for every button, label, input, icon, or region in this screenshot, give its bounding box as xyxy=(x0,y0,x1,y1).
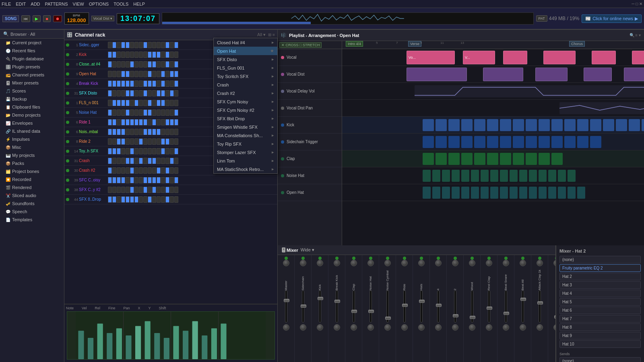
pad[interactable] xyxy=(174,119,178,125)
pad[interactable] xyxy=(112,100,116,106)
eq-knob[interactable] xyxy=(452,260,458,266)
eq-knob[interactable] xyxy=(317,260,323,266)
pan-knob[interactable] xyxy=(452,324,458,331)
pad[interactable] xyxy=(161,42,165,48)
pad[interactable] xyxy=(165,196,169,203)
pad[interactable] xyxy=(174,90,178,97)
fader-track[interactable] xyxy=(420,290,423,323)
pad[interactable] xyxy=(117,100,121,106)
pan-knob[interactable] xyxy=(469,324,475,331)
pad[interactable] xyxy=(161,109,165,116)
pad[interactable] xyxy=(117,90,121,97)
eq-knob[interactable] xyxy=(469,260,475,266)
vocal-clip-5[interactable] xyxy=(592,51,616,64)
pad[interactable] xyxy=(117,80,121,87)
menu-edit[interactable]: EDIT xyxy=(16,2,26,6)
pad[interactable] xyxy=(117,148,121,154)
mixer-track-clap[interactable]: Clap xyxy=(345,255,362,362)
vocal-clip-1[interactable]: Vo... xyxy=(407,51,455,64)
pad[interactable] xyxy=(139,61,143,68)
pad[interactable] xyxy=(134,196,138,203)
instrument-item[interactable]: Toy Scritch SFX▸ xyxy=(214,72,277,80)
pad[interactable] xyxy=(112,119,116,125)
mixer-track-ride[interactable]: Ride xyxy=(396,255,413,362)
instrument-item[interactable]: MA StaticShock Retro...▸ xyxy=(214,165,277,173)
sidebar-item-plugin-database[interactable]: 🔌Plugin database xyxy=(0,55,64,63)
pad[interactable] xyxy=(139,71,143,77)
pad[interactable] xyxy=(157,80,161,87)
channel-rack-controls[interactable]: ⊞ ≡ xyxy=(268,33,275,37)
pad[interactable] xyxy=(152,129,156,135)
fx-slot[interactable]: Hat 3 xyxy=(559,281,641,289)
vocal-dist-clip-4[interactable] xyxy=(584,68,612,81)
pad[interactable] xyxy=(139,167,143,174)
sidebar-item-mixer-presets[interactable]: 🎚️Mixer presets xyxy=(0,79,64,87)
track-label-vocal-delay-vol[interactable]: Vocal Delay Vol xyxy=(278,83,342,100)
pad[interactable] xyxy=(152,42,156,48)
automation-clip-2[interactable] xyxy=(535,102,644,114)
pad[interactable] xyxy=(165,61,169,68)
sidebar-item-rendered[interactable]: 🎬Rendered xyxy=(0,183,64,191)
pad[interactable] xyxy=(148,187,152,193)
pad[interactable] xyxy=(134,119,138,125)
pad[interactable] xyxy=(152,187,156,193)
fader-knob[interactable] xyxy=(318,297,323,300)
pad[interactable] xyxy=(143,119,147,125)
pad[interactable] xyxy=(130,129,134,135)
pad[interactable] xyxy=(126,100,130,106)
pad[interactable] xyxy=(121,196,125,203)
pad[interactable] xyxy=(152,61,156,68)
eq-knob[interactable] xyxy=(418,260,425,266)
pad[interactable] xyxy=(161,90,165,97)
instrument-item[interactable]: MA Constellations Sh...▸ xyxy=(214,131,277,140)
instrument-dropdown[interactable]: Closed Hat #4▸Open Hat★SFX Disto▸FLS_Gun… xyxy=(213,38,278,174)
pad[interactable] xyxy=(165,129,169,135)
sidebar-item-channel-presets[interactable]: 📻Channel presets xyxy=(0,71,64,79)
pad[interactable] xyxy=(143,51,147,58)
sidebar-item-plugin-presets[interactable]: 🎛️Plugin presets xyxy=(0,63,64,71)
pad[interactable] xyxy=(134,61,138,68)
pan-knob[interactable] xyxy=(334,324,340,331)
clap-patterns[interactable] xyxy=(407,152,644,166)
pad[interactable] xyxy=(108,177,112,183)
pad[interactable] xyxy=(174,71,178,77)
pad[interactable] xyxy=(148,138,152,145)
pad[interactable] xyxy=(130,119,134,125)
fader-knob[interactable] xyxy=(301,304,306,308)
fader-knob[interactable] xyxy=(385,317,391,320)
fader-track[interactable] xyxy=(454,290,456,323)
pad[interactable] xyxy=(121,187,125,193)
stop-button[interactable]: ■ xyxy=(43,15,50,22)
pad[interactable] xyxy=(161,138,165,145)
pad[interactable] xyxy=(130,100,134,106)
pad[interactable] xyxy=(126,42,130,48)
pad[interactable] xyxy=(117,158,121,164)
fader-knob[interactable] xyxy=(487,306,492,310)
fader-track[interactable] xyxy=(555,290,556,323)
pad[interactable] xyxy=(126,187,130,193)
pad[interactable] xyxy=(139,51,143,58)
pad[interactable] xyxy=(152,138,156,145)
mixer-track-noise-cymbal[interactable]: Noise Cymbal xyxy=(379,255,396,362)
pad[interactable] xyxy=(139,148,143,154)
pad[interactable] xyxy=(121,71,125,77)
track-label-kick[interactable]: Kick xyxy=(278,117,342,134)
pad[interactable] xyxy=(117,61,121,68)
pad[interactable] xyxy=(165,100,169,106)
mixer-track-chords[interactable]: Chords xyxy=(548,255,555,362)
fx-slot[interactable]: Hat 5 xyxy=(559,298,641,306)
fx-slot[interactable]: Hat 8 xyxy=(559,323,641,331)
pad[interactable] xyxy=(161,71,165,77)
sidebar-item-project-bones[interactable]: 🗂️Project bones xyxy=(0,167,64,175)
fader-track[interactable] xyxy=(471,290,473,323)
pad[interactable] xyxy=(130,80,134,87)
pad[interactable] xyxy=(170,138,174,145)
fader-knob[interactable] xyxy=(554,315,556,319)
pad[interactable] xyxy=(174,129,178,135)
mixer-track-sidechain[interactable]: Sidechain xyxy=(295,255,312,362)
pad[interactable] xyxy=(139,138,143,145)
pad[interactable] xyxy=(148,109,152,116)
pad[interactable] xyxy=(152,158,156,164)
mixer-track-wood[interactable]: Wood xyxy=(464,255,481,362)
fader-knob[interactable] xyxy=(284,299,289,302)
